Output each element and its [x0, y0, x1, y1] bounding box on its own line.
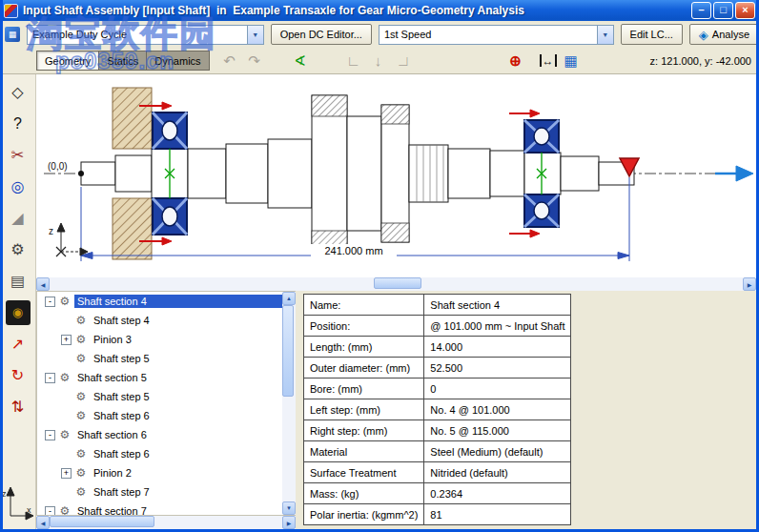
property-value[interactable]: No. 4 @ 101.000 [424, 399, 571, 420]
property-value[interactable]: 81 [424, 504, 571, 525]
measure-icon[interactable]: ∢ [290, 51, 311, 72]
tree-item[interactable]: ⚙Shaft step 4 [37, 311, 282, 330]
chamfer-tool-icon[interactable]: ◢ [6, 206, 31, 231]
duty-cycle-combobox[interactable]: Example Duty Cycle [27, 25, 264, 45]
tree-item[interactable]: +⚙Pinion 3 [37, 330, 282, 349]
undo-icon[interactable]: ↶ [219, 51, 240, 72]
tree-item[interactable]: +⚙Pinion 2 [37, 463, 282, 482]
expand-icon[interactable]: + [61, 335, 72, 345]
minimize-button[interactable]: – [691, 2, 711, 19]
collapse-icon[interactable]: - [45, 297, 55, 307]
dropdown-arrow-icon[interactable] [597, 26, 613, 44]
tab-geometry[interactable]: Geometry [36, 51, 99, 71]
property-value[interactable]: @ 101.000 mm ~ Input Shaft [424, 316, 571, 337]
axis-z-label: z [2, 489, 7, 499]
shaft-drawing[interactable]: (0,0) 241.000 mm [36, 74, 756, 277]
load-arrow-tool-icon[interactable]: ↗ [6, 332, 31, 357]
sphere-tool-icon[interactable]: ◎ [6, 174, 31, 199]
scroll-left-button[interactable] [36, 277, 50, 291]
analyse-icon [699, 28, 708, 42]
open-dc-editor-button[interactable]: Open DC Editor... [271, 24, 372, 45]
tree-item-label: Shaft section 6 [74, 428, 282, 441]
drawing-axis-indicator: z [49, 223, 88, 256]
scrollbar-track[interactable] [50, 277, 743, 291]
scroll-right-button[interactable] [282, 516, 296, 529]
maximize-button[interactable]: □ [713, 2, 733, 19]
axis-x-label: x [27, 505, 31, 515]
scrollbar-track[interactable] [50, 516, 282, 529]
property-label: Name: [304, 295, 424, 316]
tree-item[interactable]: ⚙Shaft step 7 [37, 482, 282, 501]
scroll-up-button[interactable] [282, 292, 296, 305]
property-value[interactable]: Steel (Medium) (default) [424, 441, 571, 462]
tree-horizontal-scrollbar[interactable] [36, 516, 296, 529]
drawing-area[interactable]: (0,0) 241.000 mm [36, 74, 756, 277]
tree-item[interactable]: ⚙Shaft step 5 [37, 349, 282, 368]
fit-width-icon[interactable]: ↔ [540, 54, 557, 67]
titlebar[interactable]: Input Shaft Assembly [Input Shaft] in Ex… [0, 0, 759, 21]
redo-icon[interactable]: ↷ [244, 51, 265, 72]
knife-tool-icon[interactable]: ◇ [6, 80, 31, 105]
property-row: Surface TreatmentNitrided (default) [304, 462, 571, 483]
collapse-icon[interactable]: - [45, 506, 55, 516]
property-label: Length: (mm) [304, 337, 424, 358]
shaft-axis-arrow [715, 166, 753, 181]
shaft-node-icon: ⚙ [58, 428, 72, 441]
corner-left-icon[interactable]: ∟ [343, 51, 364, 72]
tree-item[interactable]: ⚙Shaft step 6 [37, 444, 282, 463]
tree-item[interactable]: ⚙Shaft step 5 [37, 387, 282, 406]
property-value[interactable]: 0 [424, 379, 571, 399]
component-tree-panel: -⚙Shaft section 4⚙Shaft step 4+⚙Pinion 3… [36, 291, 296, 516]
tree-item-label: Shaft section 5 [74, 371, 282, 384]
tree-item[interactable]: -⚙Shaft section 4 [37, 292, 282, 311]
property-value[interactable]: Shaft section 4 [424, 295, 571, 316]
tab-dynamics[interactable]: Dynamics [147, 51, 209, 71]
drawing-horizontal-scrollbar[interactable] [36, 277, 756, 291]
property-label: Outer diameter: (mm) [304, 358, 424, 379]
property-value[interactable]: 52.500 [424, 358, 571, 379]
tree-item[interactable]: -⚙Shaft section 5 [37, 368, 282, 387]
property-value[interactable]: No. 5 @ 115.000 [424, 420, 571, 441]
scrollbar-thumb[interactable] [282, 305, 294, 397]
collapse-icon[interactable]: - [45, 373, 55, 383]
tree-item[interactable]: -⚙Shaft section 7 [37, 501, 282, 515]
tree-item[interactable]: ⚙Shaft step 6 [37, 406, 282, 425]
torque-tool-icon[interactable]: ⇅ [6, 395, 31, 419]
tab-statics[interactable]: Statics [99, 51, 147, 71]
scroll-right-button[interactable] [743, 277, 756, 291]
pinion-icon: ⚙ [74, 466, 88, 480]
shaft-tree: -⚙Shaft section 4⚙Shaft step 4+⚙Pinion 3… [37, 292, 282, 515]
property-value[interactable]: 14.000 [424, 337, 571, 358]
gear-tool-icon[interactable]: ⚙ [6, 237, 31, 262]
tree-vertical-scrollbar[interactable] [282, 292, 296, 515]
property-value[interactable]: Nitrided (default) [424, 462, 571, 483]
scroll-down-button[interactable] [282, 501, 296, 515]
analyse-button[interactable]: Analyse [689, 24, 759, 45]
preview-icon[interactable]: ▦ [561, 51, 582, 72]
property-label: Bore: (mm) [304, 379, 424, 399]
properties-table: Name:Shaft section 4Position:@ 101.000 m… [303, 294, 571, 525]
bearing-tool-icon[interactable]: ◉ [6, 300, 31, 325]
dropdown-arrow-icon[interactable] [247, 26, 263, 44]
shaft-tool-icon[interactable]: ▤ [6, 269, 31, 294]
duty-cycle-value: Example Duty Cycle [28, 29, 247, 40]
scrollbar-thumb[interactable] [374, 277, 421, 289]
expand-icon[interactable]: + [61, 468, 72, 479]
snap-point-icon[interactable]: ↓ [368, 51, 389, 72]
close-button[interactable]: × [735, 2, 755, 19]
scroll-left-button[interactable] [36, 516, 50, 529]
target-icon[interactable]: ⊕ [505, 51, 526, 72]
scrollbar-track[interactable] [282, 305, 296, 501]
property-row: MaterialSteel (Medium) (default) [304, 441, 571, 462]
scrollbar-thumb[interactable] [50, 516, 154, 527]
corner-right-icon[interactable]: ∟ [393, 51, 414, 72]
collapse-icon[interactable]: - [45, 430, 55, 440]
rotate-tool-icon[interactable]: ↻ [6, 363, 31, 388]
help-tool-icon[interactable]: ? [6, 112, 31, 136]
edit-lc-button[interactable]: Edit LC... [621, 24, 683, 45]
property-value[interactable]: 0.2364 [424, 483, 571, 504]
window-title: Input Shaft Assembly [Input Shaft] in Ex… [23, 4, 689, 17]
tree-item[interactable]: -⚙Shaft section 6 [37, 425, 282, 444]
load-case-combobox[interactable]: 1st Speed [379, 25, 614, 45]
scissors-tool-icon[interactable]: ✂ [6, 143, 31, 168]
